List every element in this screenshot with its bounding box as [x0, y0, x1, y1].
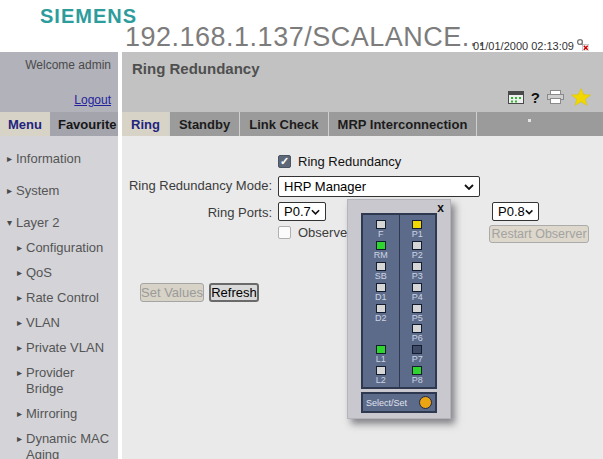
chevron-down-icon: ▾	[7, 215, 16, 231]
led-label-d2: D2	[375, 313, 387, 323]
ring-redundancy-mode-select[interactable]: HRP Manager	[278, 176, 480, 197]
led-simulation-icon[interactable]	[508, 91, 524, 104]
sidebar-item-label: Provider Bridge	[26, 365, 114, 397]
led-p1	[412, 220, 422, 229]
led-label-d1: D1	[375, 292, 387, 302]
close-icon[interactable]: x	[437, 201, 444, 215]
sidebar-tab-favourite[interactable]: Favourite	[50, 112, 125, 136]
welcome-box: Welcome admin Logout	[0, 52, 118, 112]
tab-mrp-interconnection[interactable]: MRP Interconnection	[329, 112, 478, 136]
print-icon[interactable]	[547, 90, 564, 104]
led-p3	[412, 262, 422, 271]
ring-port-b-value: P0.8	[498, 204, 525, 219]
ring-port-a-value: P0.7	[284, 204, 311, 219]
chevron-down-icon	[464, 184, 474, 190]
device-faceplate: FRMSBD1D2L1L2 P1P2P3P4P5P6P7P8 Select/Se…	[361, 213, 437, 413]
led-p4	[412, 283, 422, 292]
ring-port-a-select[interactable]: P0.7	[278, 202, 326, 221]
ring-redundancy-checkbox[interactable]	[278, 155, 291, 168]
sidebar-item-label: Mirroring	[26, 406, 77, 422]
led-label-p3: P3	[412, 271, 423, 281]
sidebar-item-label: Private VLAN	[26, 340, 104, 356]
chevron-right-icon: ▸	[7, 151, 16, 167]
chevron-right-icon: ▸	[17, 406, 26, 422]
sidebar-item-vlan[interactable]: ▸VLAN	[17, 315, 114, 331]
select-set-label: Select/Set	[366, 398, 407, 408]
observer-checkbox-label: Observer	[298, 225, 351, 240]
ring-redundancy-mode-value: HRP Manager	[284, 179, 366, 194]
led-label-p8: P8	[412, 375, 423, 385]
led-panel-popup: x FRMSBD1D2L1L2 P1P2P3P4P5P6P7P8 Select/…	[347, 199, 451, 419]
ring-port-b-select[interactable]: P0.8	[492, 202, 539, 221]
sidebar-item-label: Configuration	[26, 240, 103, 256]
observer-checkbox[interactable]	[278, 226, 291, 239]
led-label-p2: P2	[412, 250, 423, 260]
led-d2	[376, 304, 386, 313]
led-label-p7: P7	[412, 354, 423, 364]
siemens-logo: SIEMENS	[40, 5, 137, 28]
sidebar-item-label: Information	[16, 151, 81, 167]
datetime: 01/01/2000 02:13:09	[473, 40, 574, 52]
tab-scroll-dot	[528, 119, 531, 122]
welcome-text: Welcome admin	[25, 58, 111, 72]
tab-link-check[interactable]: Link Check	[240, 112, 328, 136]
sidebar-item-system[interactable]: ▸System	[7, 183, 114, 199]
tab-ring[interactable]: Ring	[122, 112, 170, 136]
chevron-down-icon	[311, 209, 320, 215]
led-f	[376, 220, 386, 229]
led-column-ports: P1P2P3P4P5P6P7P8	[399, 215, 436, 387]
led-p7	[412, 345, 422, 354]
sidebar-item-dynamic-mac-aging[interactable]: ▸Dynamic MAC Aging	[17, 431, 114, 459]
sidebar-item-information[interactable]: ▸Information	[7, 151, 114, 167]
restart-observer-button[interactable]: Restart Observer	[489, 225, 589, 243]
chevron-right-icon: ▸	[7, 183, 16, 199]
chevron-right-icon: ▸	[17, 315, 26, 331]
help-icon[interactable]: ?	[531, 89, 540, 106]
sidebar-tab-menu[interactable]: Menu	[0, 112, 50, 136]
device-title: 192.168.1.137/SCALANCE...	[125, 22, 486, 53]
led-l2	[376, 366, 386, 375]
chevron-right-icon: ▸	[17, 290, 26, 306]
chevron-right-icon: ▸	[17, 265, 26, 281]
logout-link[interactable]: Logout	[74, 93, 111, 107]
select-set-button[interactable]	[419, 396, 432, 409]
led-label-f: F	[378, 229, 384, 239]
tab-standby[interactable]: Standby	[170, 112, 240, 136]
chevron-right-icon: ▸	[17, 431, 26, 447]
led-rm	[376, 241, 386, 250]
sidebar-item-private-vlan[interactable]: ▸Private VLAN	[17, 340, 114, 356]
led-label-l1: L1	[376, 354, 386, 364]
sidebar-tabs: MenuFavourite	[0, 112, 118, 136]
content-header: Ring Redundancy ?	[122, 52, 603, 112]
sidebar-item-layer-2[interactable]: ▾Layer 2	[7, 215, 114, 231]
sidebar-item-label: Rate Control	[26, 290, 99, 306]
led-label-p1: P1	[412, 229, 423, 239]
sidebar-item-qos[interactable]: ▸QoS	[17, 265, 114, 281]
led-p2	[412, 241, 422, 250]
sidebar-item-label: Dynamic MAC Aging	[26, 431, 114, 459]
ring-ports-label: Ring Ports:	[122, 205, 272, 220]
ring-redundancy-checkbox-label: Ring Redundancy	[298, 154, 401, 169]
led-label-p5: P5	[412, 313, 423, 323]
set-values-button[interactable]: Set Values	[140, 283, 204, 302]
sidebar-item-configuration[interactable]: ▸Configuration	[17, 240, 114, 256]
chevron-right-icon: ▸	[17, 365, 26, 381]
led-label-p4: P4	[412, 292, 423, 302]
sidebar-item-mirroring[interactable]: ▸Mirroring	[17, 406, 114, 422]
sidebar-item-rate-control[interactable]: ▸Rate Control	[17, 290, 114, 306]
led-column-status: FRMSBD1D2L1L2	[363, 215, 399, 387]
chevron-down-icon	[525, 209, 533, 215]
top-header: SIEMENS 192.168.1.137/SCALANCE... 01/01/…	[0, 0, 603, 52]
refresh-button[interactable]: Refresh	[209, 283, 259, 302]
sidebar-item-provider-bridge[interactable]: ▸Provider Bridge	[17, 365, 114, 397]
sidebar-item-label: QoS	[26, 265, 52, 281]
sidebar-item-label: VLAN	[26, 315, 60, 331]
main-tabbar: RingStandbyLink CheckMRP Interconnection	[122, 112, 603, 136]
led-p5	[412, 304, 422, 313]
sidebar-nav: ▸Information▸System▾Layer 2▸Configuratio…	[0, 136, 118, 459]
favourite-star-icon[interactable]	[571, 88, 591, 106]
led-sb	[376, 262, 386, 271]
led-p8	[412, 366, 422, 375]
page-title: Ring Redundancy	[132, 60, 260, 77]
led-d1	[376, 283, 386, 292]
